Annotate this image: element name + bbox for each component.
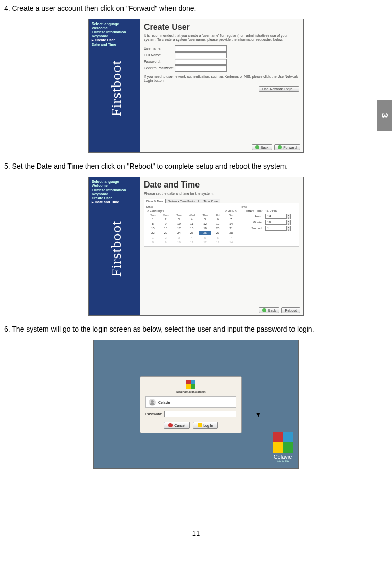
reboot-button[interactable]: Reboot <box>281 307 300 313</box>
time-panel: Time Current Time : 14:21:07 Hour : 14▲▼… <box>240 205 297 244</box>
calendar-day[interactable]: 20 <box>212 226 225 230</box>
spin-down-icon[interactable]: ▼ <box>286 229 290 231</box>
calendar-day[interactable]: 3 <box>173 236 185 240</box>
calendar-day[interactable]: 4 <box>186 236 199 240</box>
login-button[interactable]: Log In <box>193 422 217 429</box>
confirm-row: Confirm Password: <box>144 65 299 72</box>
panel-title: Date and Time <box>144 180 299 190</box>
calendar-day[interactable]: 10 <box>173 222 185 226</box>
calendar-day[interactable]: 12 <box>199 222 211 226</box>
minute-spinner[interactable]: 19▲▼ <box>265 220 291 225</box>
spin-down-icon[interactable]: ▼ <box>286 223 290 225</box>
next-year-icon[interactable]: > <box>234 209 237 213</box>
calendar-day[interactable]: 18 <box>186 226 199 230</box>
calendar-day[interactable]: 14 <box>225 240 237 244</box>
time-section-label: Time <box>240 205 297 208</box>
cancel-icon <box>168 423 173 427</box>
calendar-day[interactable]: 15 <box>146 226 159 230</box>
sidebar-item[interactable]: ▸ Create User <box>92 38 137 42</box>
calendar-day[interactable]: 1 <box>146 236 159 240</box>
calendar-day[interactable]: 11 <box>186 240 199 244</box>
calendar-day[interactable]: 13 <box>212 240 225 244</box>
month-label: February <box>150 209 162 213</box>
confirm-input[interactable] <box>175 65 227 72</box>
hour-spinner[interactable]: 14▲▼ <box>265 214 291 219</box>
cancel-button[interactable]: Cancel <box>164 422 190 429</box>
use-network-login-button[interactable]: Use Network Login... <box>259 86 299 92</box>
calendar-day[interactable]: 17 <box>173 226 185 230</box>
calendar-day[interactable]: 28 <box>225 231 237 235</box>
back-button[interactable]: Back <box>259 307 280 313</box>
calendar-day[interactable]: 8 <box>146 240 159 244</box>
sidebar-item[interactable]: License Information <box>92 30 137 34</box>
login-dialog: localhost.localdomain Celavie Password: … <box>140 376 242 433</box>
sidebar-item[interactable]: Welcome <box>92 184 137 188</box>
calendar-day[interactable]: 24 <box>173 231 185 235</box>
calendar-day[interactable]: 1 <box>146 217 159 221</box>
calendar-day[interactable]: 10 <box>173 240 185 244</box>
calendar-day[interactable]: 7 <box>225 217 237 221</box>
date-time-panel: Date and Time Please set the date and ti… <box>140 177 303 315</box>
calendar-day[interactable]: 6 <box>212 236 225 240</box>
tab-ntp[interactable]: Network Time Protocol <box>165 199 201 203</box>
back-button[interactable]: Back <box>252 144 273 150</box>
next-month-icon[interactable]: > <box>162 209 165 213</box>
tab-date-time[interactable]: Date & Time <box>144 199 166 203</box>
calendar-day[interactable]: 26 <box>199 231 211 235</box>
sidebar-item[interactable]: Keyboard <box>92 34 137 38</box>
calendar-day[interactable]: 9 <box>160 240 173 244</box>
calendar-day[interactable]: 4 <box>186 217 199 221</box>
step5-instruction: 5. Set the Date and Time then click on "… <box>4 161 388 172</box>
year-label: 2009 <box>228 209 234 213</box>
calendar-day[interactable]: 3 <box>173 217 185 221</box>
password-input[interactable] <box>164 411 236 417</box>
sidebar-item[interactable]: Date and Time <box>92 43 137 46</box>
sidebar-item[interactable]: Select language <box>92 22 137 26</box>
date-time-body: Date < February > < 2009 > SunMo <box>144 203 299 247</box>
username-input[interactable] <box>175 45 227 52</box>
forward-button[interactable]: Forward <box>274 144 300 150</box>
fullname-row: Full Name: <box>144 52 299 58</box>
calendar-day[interactable]: 7 <box>225 236 237 240</box>
calendar-day[interactable]: 21 <box>225 226 237 230</box>
sidebar-item[interactable]: Welcome <box>92 26 137 30</box>
step6-instruction: 6. The system will go to the login scree… <box>4 324 388 335</box>
calendar-day[interactable]: 13 <box>212 222 225 226</box>
calendar-day[interactable]: 6 <box>212 217 225 221</box>
calendar-day[interactable]: 27 <box>212 231 225 235</box>
calendar-day[interactable]: 16 <box>160 226 173 230</box>
sidebar-item[interactable]: License Information <box>92 188 137 192</box>
calendar-day[interactable]: 23 <box>160 231 173 235</box>
minute-label: Minute : <box>240 221 263 224</box>
sidebar-item[interactable]: Create User <box>92 196 137 200</box>
mouse-cursor-icon <box>256 411 261 417</box>
calendar-grid: SunMonTueWedThuFriSat1234567891011121314… <box>146 214 237 244</box>
calendar-day[interactable]: 12 <box>199 240 211 244</box>
user-list-item[interactable]: Celavie <box>145 396 236 408</box>
calendar-day[interactable]: 22 <box>146 231 159 235</box>
date-section-label: Date <box>146 205 237 208</box>
calendar-day[interactable]: 8 <box>146 222 159 226</box>
spin-down-icon[interactable]: ▼ <box>286 217 290 219</box>
brand-logo: Celavie this is life <box>273 432 293 463</box>
calendar-day[interactable]: 5 <box>199 217 211 221</box>
fullname-input[interactable] <box>175 52 227 58</box>
second-spinner[interactable]: 1▲▼ <box>265 226 291 231</box>
sidebar-item[interactable]: Select language <box>92 180 137 183</box>
puzzle-icon <box>273 432 293 453</box>
calendar-day[interactable]: 2 <box>160 236 173 240</box>
calendar-day[interactable]: 5 <box>199 236 211 240</box>
chapter-tab: 3 <box>377 100 392 131</box>
tab-timezone[interactable]: Time Zone <box>201 199 220 203</box>
calendar-day[interactable]: 14 <box>225 222 237 226</box>
calendar-day[interactable]: 9 <box>160 222 173 226</box>
password-input[interactable] <box>175 59 227 65</box>
firstboot-label: Firstboot <box>108 60 125 116</box>
calendar-day[interactable]: 2 <box>160 217 173 221</box>
calendar-day[interactable]: 25 <box>186 231 199 235</box>
calendar-day[interactable]: 11 <box>186 222 199 226</box>
sidebar-item[interactable]: ▸ Date and Time <box>92 200 137 204</box>
sidebar-item[interactable]: Keyboard <box>92 192 137 196</box>
panel-desc: Please set the date and time for the sys… <box>144 192 299 196</box>
calendar-day[interactable]: 19 <box>199 226 211 230</box>
